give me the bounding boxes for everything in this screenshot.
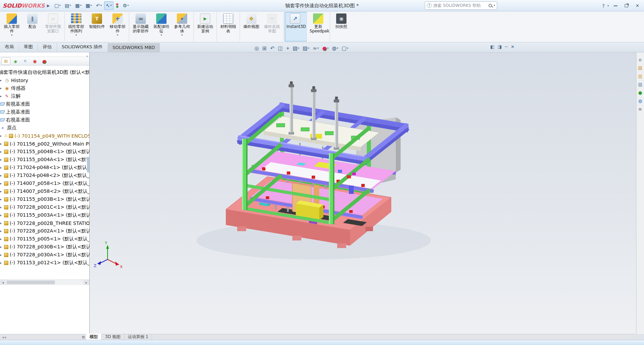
- ribbon-button[interactable]: 爆炸视图: [241, 12, 262, 41]
- hide-show-items-icon[interactable]: ∞: [312, 45, 320, 52]
- tree-horizontal-scrollbar[interactable]: ◂ ▸: [0, 279, 89, 285]
- bottom-tab[interactable]: 3D 视图: [102, 334, 124, 341]
- displaymanager-tab[interactable]: ●: [40, 57, 49, 65]
- tree-row[interactable]: (-) 707228_p030B<1> (默认<默认_显示状态: [0, 243, 89, 251]
- custom-properties-icon[interactable]: ≡: [638, 107, 642, 111]
- view-palette-icon[interactable]: ▨: [638, 82, 642, 87]
- collapse-left-pane-icon[interactable]: ◧: [490, 44, 494, 49]
- expand-arrow-icon[interactable]: [0, 261, 4, 265]
- expand-arrow-icon[interactable]: [0, 94, 4, 98]
- dropdown-caret-icon[interactable]: [91, 4, 92, 7]
- tree-row[interactable]: (-) 701155_p004B<1> (默认<默认_显示状态: [0, 148, 89, 156]
- dropdown-caret-icon[interactable]: [181, 34, 183, 37]
- minimize-button[interactable]: [611, 2, 620, 10]
- command-tab[interactable]: 草图: [19, 42, 38, 52]
- home-icon[interactable]: ⌂: [639, 57, 642, 62]
- save-icon[interactable]: ▦: [73, 1, 83, 10]
- graphics-viewport[interactable]: Y X Z: [90, 52, 636, 334]
- scrollbar-track[interactable]: [6, 280, 83, 285]
- dropdown-caret-icon[interactable]: [70, 4, 71, 7]
- tree-row[interactable]: (-) 701153_p012<1> (默认<默认_显示状态: [0, 259, 89, 267]
- collapse-right-pane-icon[interactable]: ◨: [497, 44, 502, 49]
- ribbon-button[interactable]: 智能扣件: [87, 12, 107, 41]
- expand-arrow-icon[interactable]: [0, 205, 4, 209]
- dropdown-caret-icon[interactable]: [59, 4, 61, 7]
- scroll-left-arrow-icon[interactable]: ◂: [0, 280, 6, 285]
- tree-row[interactable]: 轴套零件快速自动化组装机3D图 (默认<默认_显示状态-1>): [0, 68, 89, 76]
- ribbon-button[interactable]: 新建运动算例: [195, 12, 217, 41]
- options-icon[interactable]: ⚙: [121, 1, 131, 10]
- featuremanager-tab[interactable]: ⊞: [1, 57, 10, 65]
- dropdown-caret-icon[interactable]: [76, 34, 77, 37]
- dropdown-caret-icon[interactable]: [308, 47, 309, 50]
- display-style-icon[interactable]: ▨: [302, 45, 310, 52]
- minimize-document-icon[interactable]: ─: [505, 44, 508, 49]
- expand-arrow-icon[interactable]: [0, 229, 4, 233]
- expand-arrow-icon[interactable]: [0, 253, 4, 257]
- dropdown-caret-icon[interactable]: [318, 47, 319, 50]
- expand-arrow-icon[interactable]: [0, 166, 4, 169]
- close-button[interactable]: ✕: [633, 2, 642, 10]
- bottom-tab[interactable]: 模型: [86, 334, 102, 341]
- tree-row[interactable]: (-) 701155_p003A<1> (默认<默认_显示状态: [0, 211, 89, 219]
- expand-arrow-icon[interactable]: [0, 142, 4, 146]
- search-dropdown-caret-icon[interactable]: [494, 4, 495, 7]
- expand-arrow-icon[interactable]: [0, 221, 4, 225]
- design-library-icon[interactable]: ▤: [638, 66, 642, 70]
- appearances-icon[interactable]: ●: [638, 90, 642, 95]
- expand-arrow-icon[interactable]: [0, 189, 4, 193]
- close-document-icon[interactable]: ✕: [511, 44, 514, 49]
- dimxpertmanager-tab[interactable]: ◉: [30, 57, 39, 65]
- dropdown-caret-icon[interactable]: [100, 4, 102, 7]
- dropdown-caret-icon[interactable]: [327, 47, 329, 50]
- expand-arrow-icon[interactable]: [0, 197, 4, 201]
- tree-row[interactable]: (-) 701154_p049_WITH ENCLOSURE<1>: [0, 132, 89, 140]
- tree-row[interactable]: (-) 701155_p003B<1> (默认<默认_显示状态: [0, 195, 89, 203]
- dropdown-caret-icon[interactable]: [161, 34, 162, 37]
- ribbon-button[interactable]: 爆炸直线草图: [262, 12, 284, 41]
- ribbon-button[interactable]: 显示隐藏的零部件: [130, 12, 151, 41]
- dropdown-caret-icon[interactable]: [347, 47, 348, 50]
- section-view-icon[interactable]: ◫: [277, 45, 284, 52]
- panel-splitter-handle[interactable]: [87, 157, 89, 172]
- help-button[interactable]: ?: [602, 3, 605, 9]
- tree-row[interactable]: 右视基准面: [0, 116, 89, 124]
- expand-arrow-icon[interactable]: [0, 181, 4, 185]
- tree-row[interactable]: (-) 707228_p002B_THREE STATION PREF: [0, 219, 89, 227]
- expand-arrow-icon[interactable]: [0, 213, 4, 217]
- cad-model[interactable]: Y X Z: [90, 52, 636, 334]
- restore-pane-icon[interactable]: ⧉: [82, 335, 85, 339]
- edit-appearance-icon[interactable]: ●: [321, 45, 330, 52]
- file-explorer-icon[interactable]: ▥: [638, 74, 642, 78]
- tree-row[interactable]: History: [0, 76, 89, 84]
- dropdown-caret-icon[interactable]: [298, 47, 299, 50]
- print-icon[interactable]: ▩: [84, 1, 93, 10]
- ribbon-button[interactable]: Instant3D: [285, 12, 307, 41]
- dropdown-caret-icon[interactable]: [11, 34, 12, 37]
- tree-row[interactable]: (-) 714007_p058<2> (默认<默认_显示状态: [0, 187, 89, 195]
- view-orientation-icon[interactable]: ▧: [292, 45, 300, 52]
- expand-arrow-icon[interactable]: [0, 158, 4, 161]
- previous-view-icon[interactable]: ↶: [269, 45, 276, 52]
- search-input[interactable]: [433, 3, 487, 8]
- tree-row[interactable]: (-) 707228_p001C<1> (默认<默认_显示状态: [0, 203, 89, 211]
- open-icon[interactable]: ▤: [63, 1, 73, 10]
- dropdown-caret-icon[interactable]: [337, 47, 338, 50]
- tree-row[interactable]: (-) 707228_p030A<1> (默认<默认_显示状态: [0, 251, 89, 259]
- tree-row[interactable]: (-) 717024-p048<1> (默认<默认_显示状态: [0, 164, 89, 171]
- ribbon-button[interactable]: 参考几何体: [172, 12, 194, 41]
- rebuild-icon[interactable]: ◉: [114, 1, 120, 10]
- dropdown-caret-icon[interactable]: [110, 4, 112, 7]
- scroll-right-arrow-icon[interactable]: ▸: [83, 280, 89, 285]
- ribbon-button[interactable]: 装配体特征: [151, 12, 172, 41]
- tab-scroll-area[interactable]: ◂ ▸: [0, 335, 82, 339]
- expand-arrow-icon[interactable]: [0, 78, 4, 82]
- command-tab[interactable]: SOLIDWORKS 插件: [57, 42, 108, 52]
- ribbon-button[interactable]: 线性零部件阵列: [66, 12, 87, 41]
- expand-arrow-icon[interactable]: [0, 134, 4, 138]
- expand-arrow-icon[interactable]: [0, 150, 4, 154]
- tree-row[interactable]: (-) 707228_p002A<1> (默认<默认_显示状态: [0, 227, 89, 235]
- tree-row[interactable]: 前视基准面: [0, 100, 89, 108]
- expand-arrow-icon[interactable]: [0, 237, 4, 241]
- zoom-area-icon[interactable]: ⊞: [261, 45, 268, 52]
